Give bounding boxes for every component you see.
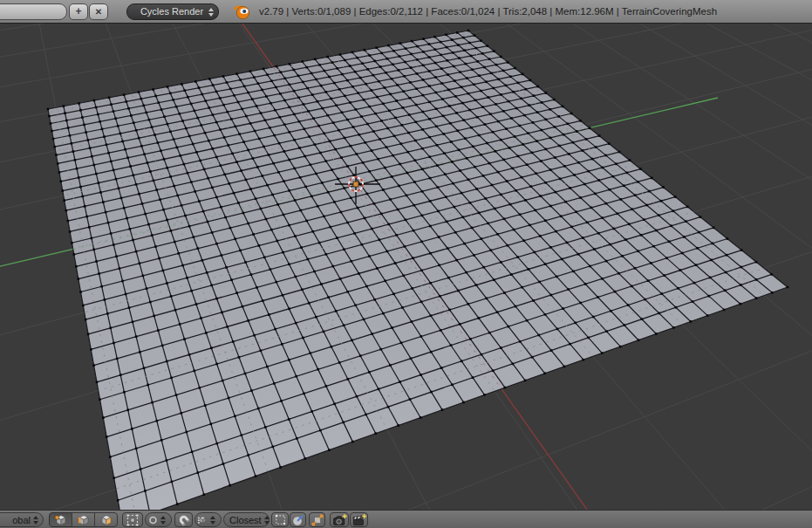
edge-select-button[interactable] (72, 512, 95, 527)
opengl-render-animation-button[interactable] (350, 512, 368, 527)
magnet-icon (177, 513, 191, 527)
proportional-editing-icon (148, 514, 158, 526)
face-select-icon (99, 513, 113, 527)
select-mode-group (49, 512, 118, 527)
snap-element-vertex-icon (197, 513, 208, 526)
occlude-geometry-icon (126, 513, 140, 527)
blender-logo-icon (233, 3, 251, 24)
snap-peel-object-toggle[interactable] (309, 512, 325, 527)
face-select-button[interactable] (94, 512, 118, 527)
engine-select-label: Cycles Render (138, 4, 206, 19)
occlude-geometry-toggle[interactable] (122, 512, 143, 527)
scene-statistics: v2.79 | Verts:0/1,089 | Edges:0/2,112 | … (259, 0, 717, 24)
orientation-label: obal (0, 515, 31, 525)
add-scene-button[interactable]: + (69, 3, 88, 20)
render-engine-select[interactable]: Cycles Render (126, 3, 219, 20)
snap-self-icon (274, 513, 287, 526)
snap-align-rotation-toggle[interactable] (290, 512, 306, 527)
viewport-3d[interactable] (0, 24, 812, 510)
opengl-render-image-icon (332, 513, 347, 527)
opengl-render-animation-icon (351, 513, 366, 527)
snap-target-label: Closest (229, 515, 262, 525)
viewport-canvas[interactable] (0, 24, 812, 510)
transform-orientation-select[interactable]: obal (0, 512, 44, 527)
vertex-select-button[interactable] (49, 512, 72, 527)
object-origin (353, 182, 358, 187)
snap-peel-object-icon (310, 513, 324, 527)
proportional-editing-select[interactable] (145, 512, 172, 527)
view3d-header: obal (0, 510, 812, 528)
snap-align-rotation-icon (291, 513, 305, 527)
chevron-updown-icon (208, 8, 214, 17)
chevron-updown-icon (33, 516, 38, 525)
scene-name-field[interactable]: e (0, 3, 67, 20)
snap-toggle[interactable] (174, 512, 193, 527)
delete-scene-button[interactable]: ✕ (89, 3, 108, 20)
edge-select-icon (77, 513, 91, 527)
info-header: e + ✕ Cycles Render v2.79 | Verts:0/1,08… (0, 0, 812, 24)
blender-window: { "header": { "scene_name_fragment": "e"… (0, 0, 812, 528)
vertex-select-icon (54, 513, 68, 527)
chevron-updown-icon (210, 516, 215, 525)
snap-target-select[interactable]: Closest (223, 512, 270, 527)
opengl-render-image-button[interactable] (330, 512, 349, 527)
chevron-updown-icon (264, 516, 270, 525)
snap-self-toggle[interactable] (271, 512, 289, 527)
chevron-updown-icon (160, 516, 166, 525)
snap-element-select[interactable] (194, 512, 222, 527)
